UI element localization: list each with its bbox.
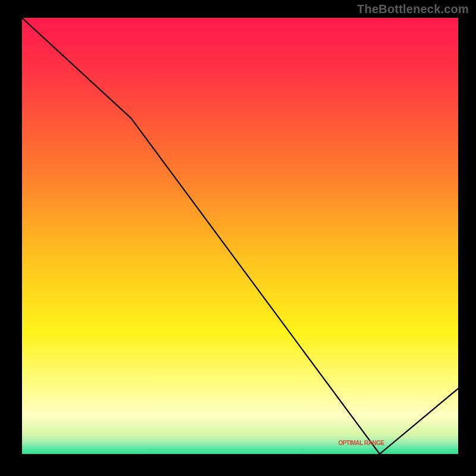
chart-container: TheBottleneck.com OPTIMAL RANGE <box>0 0 476 476</box>
optimal-range-label: OPTIMAL RANGE <box>338 440 384 446</box>
curve-layer <box>22 18 458 454</box>
watermark-text: TheBottleneck.com <box>357 2 469 16</box>
plot-area: OPTIMAL RANGE <box>22 18 458 454</box>
bottleneck-curve <box>22 18 458 454</box>
